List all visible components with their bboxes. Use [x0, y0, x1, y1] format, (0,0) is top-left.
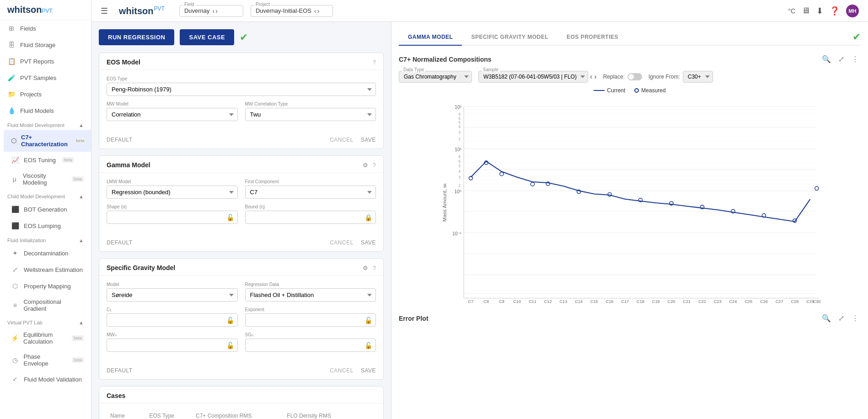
- sidebar-item-fluid-models[interactable]: 💧 Fluid Models: [0, 102, 91, 119]
- svg-text:C19: C19: [652, 299, 660, 304]
- sample-select[interactable]: W3B5182 (07-06-041-05W5/03 | FLO): [478, 71, 588, 83]
- sg-cancel-button[interactable]: CANCEL: [330, 367, 354, 374]
- avatar[interactable]: MH: [846, 5, 859, 17]
- svg-text:6: 6: [458, 159, 461, 164]
- sidebar-item-pvt-samples[interactable]: 🧪 PVT Samples: [0, 69, 91, 86]
- chart-search-icon[interactable]: 🔍: [820, 53, 833, 65]
- lmw-model-select[interactable]: Regression (bounded): [107, 186, 238, 199]
- data-type-select[interactable]: Gas Chromatography: [399, 71, 472, 83]
- ignore-from-wrapper: Ignore From: C30+: [648, 71, 713, 83]
- chart-expand-icon[interactable]: ⤢: [836, 53, 846, 65]
- field-nav[interactable]: ‹ ›: [213, 7, 218, 15]
- sidebar-item-fluid-storage[interactable]: 🗄 Fluid Storage: [0, 37, 91, 53]
- hamburger-icon[interactable]: ☰: [101, 6, 108, 16]
- sg0-lock-icon[interactable]: 🔓: [364, 342, 372, 349]
- sg-help-icon[interactable]: ?: [373, 265, 376, 271]
- c1-input[interactable]: 0.266614: [107, 313, 238, 327]
- tab-gamma-model[interactable]: GAMMA MODEL: [399, 29, 462, 46]
- gamma-default-button[interactable]: DEFAULT: [107, 239, 133, 246]
- sample-next-icon[interactable]: ›: [594, 73, 596, 81]
- logo: whitsonPVT: [0, 0, 91, 20]
- mw0-input[interactable]: 66: [107, 339, 238, 352]
- project-next-icon[interactable]: ›: [317, 7, 320, 15]
- sidebar-item-projects[interactable]: 📁 Projects: [0, 86, 91, 102]
- bound-lock-icon[interactable]: 🔒: [364, 214, 372, 221]
- sg-default-button[interactable]: DEFAULT: [107, 367, 133, 374]
- sidebar-item-wellstream-estimation[interactable]: ⤢ Wellstream Estimation: [4, 261, 91, 278]
- sidebar-item-property-mapping[interactable]: ⬡ Property Mapping: [4, 278, 91, 294]
- mw-model-select[interactable]: Correlation: [107, 108, 238, 121]
- project-nav[interactable]: ‹ ›: [314, 7, 319, 15]
- eos-default-button[interactable]: DEFAULT: [107, 137, 133, 143]
- sidebar-item-label: Fluid Models: [20, 107, 54, 114]
- sidebar-item-c7-characterization[interactable]: ⬡ C7+ Characterization beta: [4, 130, 91, 152]
- sidebar-item-eos-lumping[interactable]: ⬛ EOS Lumping: [4, 217, 91, 234]
- sidebar-item-fields[interactable]: ⊞ Fields: [0, 20, 91, 37]
- run-regression-button[interactable]: RUN REGRESSION: [99, 29, 174, 45]
- field-selector[interactable]: Field Duvernay ‹ ›: [179, 5, 243, 17]
- replace-toggle-switch[interactable]: [627, 73, 642, 80]
- project-selector[interactable]: Project Duvernay-Initial-EOS ‹ ›: [251, 5, 333, 17]
- shape-lock-icon[interactable]: 🔓: [226, 214, 234, 221]
- regression-data-select[interactable]: Flashed Oil + Distillation: [245, 288, 376, 302]
- gamma-settings-icon[interactable]: ⚙: [363, 162, 368, 169]
- help-icon[interactable]: ❓: [830, 6, 840, 16]
- cases-header: Cases: [99, 387, 383, 403]
- monitor-icon[interactable]: 🖥: [802, 6, 810, 16]
- eos-save-button[interactable]: SAVE: [361, 137, 376, 143]
- field-prev-icon[interactable]: ‹: [213, 7, 215, 15]
- download-icon[interactable]: ⬇: [816, 6, 823, 16]
- sidebar-item-pvt-reports[interactable]: 📋 PVT Reports: [0, 53, 91, 69]
- error-plot-more-icon[interactable]: ⋮: [850, 312, 861, 324]
- sample-prev-icon[interactable]: ‹: [590, 73, 592, 81]
- project-prev-icon[interactable]: ‹: [314, 7, 316, 15]
- eos-model-help-icon[interactable]: ?: [373, 59, 376, 66]
- sidebar-item-phase-envelope[interactable]: ◷ Phase Envelope beta: [4, 349, 91, 371]
- sg-save-button[interactable]: SAVE: [361, 367, 376, 374]
- sidebar-item-label: Fields: [20, 25, 36, 32]
- ignore-from-select[interactable]: C30+: [683, 71, 713, 83]
- mw0-lock-icon[interactable]: 🔓: [226, 342, 234, 349]
- sidebar-item-compositional-gradient[interactable]: ≡ Compositional Gradient: [4, 294, 91, 316]
- sidebar-item-fluid-model-validation[interactable]: ✓ Fluid Model Validation: [4, 371, 91, 387]
- svg-text:8: 8: [458, 155, 461, 159]
- gamma-cancel-button[interactable]: CANCEL: [330, 239, 354, 246]
- exponent-input[interactable]: 0.142972: [245, 313, 376, 327]
- exponent-lock-icon[interactable]: 🔓: [364, 317, 372, 324]
- sg0-input[interactable]: 0.2855: [245, 339, 376, 352]
- sidebar-item-decontamination[interactable]: ✦ Decontamination: [4, 245, 91, 261]
- collapse-fluid-init[interactable]: ▲: [79, 238, 84, 243]
- cases-title: Cases: [107, 392, 125, 399]
- error-plot-expand-icon[interactable]: ⤢: [836, 312, 846, 324]
- field-next-icon[interactable]: ›: [215, 7, 218, 15]
- sg-settings-icon[interactable]: ⚙: [363, 265, 368, 271]
- eos-type-select[interactable]: Peng-Robinson (1979): [107, 83, 376, 96]
- sidebar-item-viscosity-modeling[interactable]: μ Viscosity Modeling beta: [4, 168, 91, 190]
- collapse-virtual-pvt[interactable]: ▲: [79, 320, 84, 325]
- tab-eos-properties[interactable]: EOS PROPERTIES: [557, 29, 627, 46]
- sidebar-item-label: Property Mapping: [24, 283, 71, 290]
- collapse-child-model-dev[interactable]: ▲: [79, 194, 84, 199]
- c1-lock-icon[interactable]: 🔓: [226, 317, 234, 324]
- shape-input[interactable]: 0.732165: [107, 211, 238, 224]
- svg-text:C28: C28: [791, 299, 798, 304]
- sidebar-item-eos-tuning[interactable]: 📈 EOS Tuning beta: [4, 152, 91, 168]
- first-component-select[interactable]: C7: [245, 186, 376, 199]
- error-plot-search-icon[interactable]: 🔍: [820, 312, 833, 324]
- save-case-button[interactable]: SAVE CASE: [180, 29, 234, 45]
- svg-text:C18: C18: [637, 299, 644, 304]
- tab-specific-gravity[interactable]: SPECIFIC GRAVITY MODEL: [462, 29, 557, 46]
- eos-cancel-button[interactable]: CANCEL: [330, 137, 354, 143]
- chart-more-icon[interactable]: ⋮: [850, 53, 861, 65]
- current-line: [471, 161, 810, 222]
- gamma-save-button[interactable]: SAVE: [361, 239, 376, 246]
- sidebar-item-equilibrium-calculation[interactable]: ⚡ Equilibrium Calculation beta: [4, 327, 91, 349]
- mw-correlation-select[interactable]: Twu: [245, 108, 376, 121]
- sidebar-item-bot-generation[interactable]: ⬛ BOT Generation: [4, 201, 91, 217]
- gamma-help-icon[interactable]: ?: [373, 162, 376, 169]
- beta-badge: beta: [74, 138, 86, 143]
- temp-unit[interactable]: °C: [788, 7, 795, 15]
- collapse-fluid-model-dev[interactable]: ▲: [79, 122, 84, 128]
- bound-input[interactable]: 96.4573: [245, 211, 376, 224]
- sg-model-select[interactable]: Søreide: [107, 288, 238, 302]
